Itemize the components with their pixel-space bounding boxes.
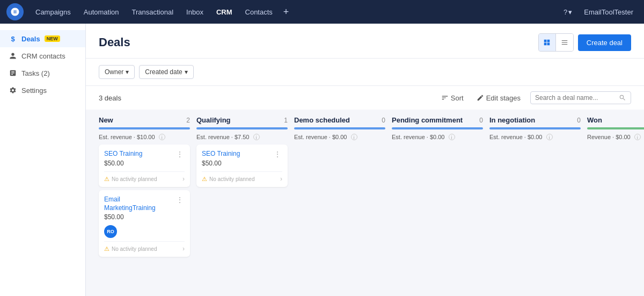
sidebar-item-crm-contacts[interactable]: CRM contacts [0, 47, 85, 64]
owner-filter[interactable]: Owner ▾ [99, 65, 135, 79]
settings-label: Settings [21, 86, 47, 95]
col-revenue-won: Revenue · $0.00 i [587, 134, 644, 140]
activity-arrow[interactable]: › [182, 175, 185, 183]
col-bar-new [99, 127, 190, 129]
nav-automation[interactable]: Automation [78, 6, 125, 18]
help-chevron: ▾ [568, 8, 572, 16]
deals-count: 3 deals [99, 94, 121, 102]
col-revenue-qualifying: Est. revenue · $7.50 i [196, 134, 288, 140]
sidebar-item-tasks[interactable]: Tasks (2) [0, 64, 85, 82]
revenue-info-icon[interactable]: i [449, 134, 455, 140]
deal-card-header: SEO Training ⋮ [202, 150, 282, 158]
deal-card-email1: Email MarketingTraining ⋮ $50.00 RO ⚠ No… [99, 190, 190, 257]
kanban-col-demo-scheduled: Demo scheduled 0 Est. revenue · $0.00 i [294, 116, 385, 296]
deals-icon: $ [9, 34, 17, 43]
grid-view-button[interactable] [539, 34, 556, 51]
col-title-won: Won [587, 116, 602, 124]
col-header-new: New 2 [99, 116, 190, 124]
revenue-info-icon[interactable]: i [253, 134, 260, 140]
col-title-demo-scheduled: Demo scheduled [294, 116, 350, 124]
toolbar: 3 deals Sort Edit stages [86, 86, 644, 110]
warn-icon: ⚠ [104, 176, 109, 183]
deal-amount: $50.00 [104, 213, 185, 221]
activity-text: ⚠ No activity planned [104, 176, 157, 183]
kanban-col-pending-commitment: Pending commitment 0 Est. revenue · $0.0… [392, 116, 483, 296]
col-bar-pending-commitment [392, 127, 483, 129]
search-input[interactable] [535, 94, 616, 102]
tasks-label: Tasks (2) [21, 69, 50, 77]
nav-help-button[interactable]: ? ▾ [560, 6, 575, 18]
revenue-info-icon[interactable]: i [546, 134, 553, 140]
col-revenue-pending-commitment: Est. revenue · $0.00 i [392, 134, 483, 140]
kanban-board: New 2 Est. revenue · $10.00 i SEO Traini… [86, 110, 644, 296]
main-content: Deals Create deal Owner ▾ Cre [86, 24, 644, 296]
sort-button[interactable]: Sort [438, 92, 467, 104]
warn-icon: ⚠ [202, 176, 207, 183]
col-revenue-new: Est. revenue · $10.00 i [99, 134, 190, 140]
logo[interactable] [6, 3, 24, 20]
help-icon: ? [564, 8, 567, 16]
col-header-in-negotiation: In negotiation 0 [489, 116, 581, 124]
deal-name[interactable]: SEO Training [202, 150, 270, 158]
created-date-filter[interactable]: Created date ▾ [139, 65, 193, 79]
app-layout: $ Deals NEW CRM contacts Tasks (2) Setti… [0, 24, 644, 296]
col-revenue-in-negotiation: Est. revenue · $0.00 i [489, 134, 581, 140]
kanban-col-won: Won 0 Revenue · $0.00 i [587, 116, 644, 296]
deals-new-badge: NEW [45, 35, 60, 42]
col-title-new: New [99, 116, 113, 124]
sidebar-item-settings[interactable]: Settings [0, 82, 85, 99]
sort-icon [441, 94, 449, 102]
deal-menu-button[interactable]: ⋮ [175, 150, 185, 158]
settings-icon [9, 86, 17, 95]
deal-activity: ⚠ No activity planned › [104, 241, 185, 252]
sidebar: $ Deals NEW CRM contacts Tasks (2) Setti… [0, 24, 86, 296]
deal-name[interactable]: SEO Training [104, 150, 173, 158]
kanban-col-new: New 2 Est. revenue · $10.00 i SEO Traini… [99, 116, 190, 296]
create-deal-button[interactable]: Create deal [578, 34, 631, 51]
revenue-info-icon[interactable]: i [634, 134, 641, 140]
deal-amount: $50.00 [104, 160, 185, 167]
nav-crm[interactable]: CRM [211, 6, 238, 18]
revenue-info-icon[interactable]: i [159, 134, 165, 140]
revenue-info-icon[interactable]: i [351, 134, 357, 140]
deal-name[interactable]: Email MarketingTraining [104, 196, 173, 212]
col-bar-qualifying [196, 127, 288, 129]
sidebar-item-deals[interactable]: $ Deals NEW [0, 30, 85, 47]
nav-transactional[interactable]: Transactional [127, 6, 179, 18]
nav-user-menu[interactable]: EmailToolTester [580, 6, 638, 18]
nav-right-section: ? ▾ EmailToolTester [560, 6, 638, 18]
created-date-chevron: ▾ [185, 68, 188, 76]
list-view-button[interactable] [556, 34, 573, 51]
page-header: Deals Create deal [86, 24, 644, 59]
kanban-col-in-negotiation: In negotiation 0 Est. revenue · $0.00 i [489, 116, 581, 296]
col-title-in-negotiation: In negotiation [489, 116, 535, 124]
col-revenue-demo-scheduled: Est. revenue · $0.00 i [294, 134, 385, 140]
deal-menu-button[interactable]: ⋮ [175, 196, 185, 204]
kanban-col-qualifying: Qualifying 1 Est. revenue · $7.50 i SEO … [196, 116, 288, 296]
page-title: Deals [99, 35, 130, 49]
warn-icon: ⚠ [104, 246, 109, 252]
deal-avatar: RO [104, 225, 117, 238]
col-bar-demo-scheduled [294, 127, 385, 129]
tasks-icon [9, 69, 17, 77]
filters-bar: Owner ▾ Created date ▾ [86, 59, 644, 86]
nav-campaigns[interactable]: Campaigns [30, 6, 76, 18]
col-count-demo-scheduled: 0 [382, 117, 385, 124]
col-title-pending-commitment: Pending commitment [392, 116, 463, 124]
deal-card-header: Email MarketingTraining ⋮ [104, 196, 185, 212]
nav-add-button[interactable]: + [280, 6, 292, 18]
deal-activity: ⚠ No activity planned › [202, 171, 282, 183]
edit-stages-button[interactable]: Edit stages [473, 92, 524, 104]
nav-contacts[interactable]: Contacts [240, 6, 278, 18]
sort-label: Sort [451, 94, 464, 102]
top-navigation: Campaigns Automation Transactional Inbox… [0, 0, 644, 24]
nav-inbox[interactable]: Inbox [181, 6, 209, 18]
search-icon [619, 94, 626, 102]
col-count-in-negotiation: 0 [577, 117, 581, 124]
activity-arrow[interactable]: › [182, 245, 185, 252]
deal-card-seo2: SEO Training ⋮ $50.00 ⚠ No activity plan… [196, 145, 288, 187]
deal-menu-button[interactable]: ⋮ [273, 150, 282, 158]
activity-arrow[interactable]: › [280, 175, 282, 183]
search-box[interactable] [530, 91, 631, 104]
col-header-pending-commitment: Pending commitment 0 [392, 116, 483, 124]
